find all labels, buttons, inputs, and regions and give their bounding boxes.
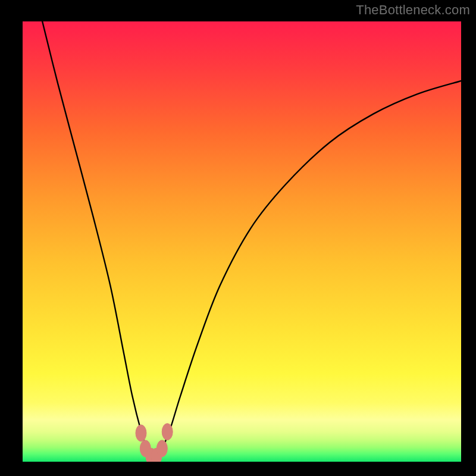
watermark-text: TheBottleneck.com (356, 2, 470, 18)
marker-point (136, 425, 146, 441)
plot-frame-right (461, 0, 476, 476)
chart-svg (23, 21, 461, 462)
plot-frame-left (0, 0, 23, 476)
plot-frame-bottom (0, 462, 476, 476)
chart-plot-area (23, 21, 461, 462)
marker-point (162, 424, 173, 440)
marker-point (156, 440, 167, 457)
